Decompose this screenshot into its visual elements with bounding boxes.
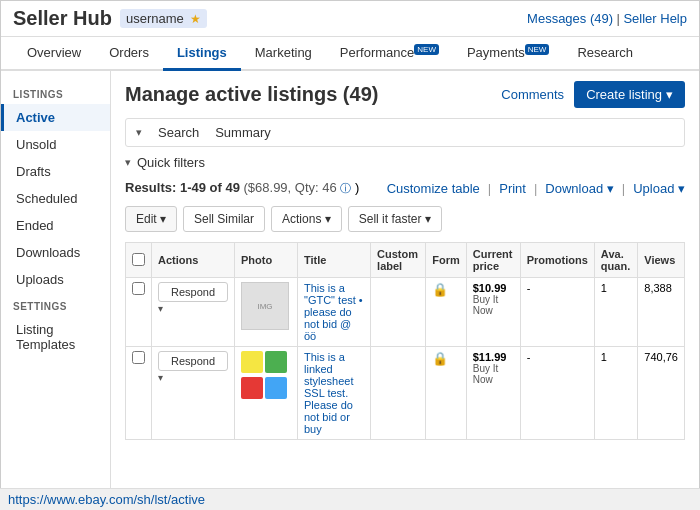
sidebar-item-active[interactable]: Active [1,104,110,131]
col-actions: Actions [152,243,235,278]
create-listing-button[interactable]: Create listing ▾ [574,81,685,108]
row1-custom-label [371,278,426,347]
quick-filters-label: Quick filters [137,155,205,170]
row2-price-cell: $11.99 Buy It Now [466,347,520,440]
download-link[interactable]: Download ▾ [545,181,613,196]
tab-orders[interactable]: Orders [95,37,163,71]
select-all-checkbox[interactable] [132,253,145,266]
sidebar-item-uploads[interactable]: Uploads [1,266,110,293]
table-row: Respond ▾ This is a linked stylesheet SS… [126,347,685,440]
row1-respond-button[interactable]: Respond [158,282,228,302]
payments-new-badge: NEW [525,44,550,55]
col-custom-label: Custom label [371,243,426,278]
row2-checkbox[interactable] [132,351,145,364]
info-icon[interactable]: ⓘ [340,182,351,194]
row1-views: 8,388 [638,278,685,347]
row2-respond-button[interactable]: Respond [158,351,228,371]
sidebar-settings-label: SETTINGS [1,293,110,316]
sub-tab-search[interactable]: Search [158,125,199,140]
main-layout: LISTINGS Active Unsold Drafts Scheduled … [1,71,699,491]
action-buttons-row: Edit ▾ Sell Similar Actions ▾ Sell it fa… [125,206,685,232]
sidebar-item-scheduled[interactable]: Scheduled [1,185,110,212]
row2-custom-label [371,347,426,440]
tab-performance[interactable]: PerformanceNEW [326,37,453,71]
tab-marketing[interactable]: Marketing [241,37,326,71]
page-title-actions: Comments Create listing ▾ [501,81,685,108]
row1-actions-chevron-icon[interactable]: ▾ [158,303,163,314]
col-views: Views [638,243,685,278]
messages-link[interactable]: Messages (49) [527,11,613,26]
row1-lock-icon: 🔒 [432,282,448,297]
row1-checkbox[interactable] [132,282,145,295]
row1-photo-cell: IMG [235,278,298,347]
row2-title-cell: This is a linked stylesheet SSL test. Pl… [298,347,371,440]
table-row: Respond ▾ IMG This is a "GTC" test • ple… [126,278,685,347]
sidebar-item-listing-templates[interactable]: Listing Templates [1,316,110,358]
main-nav: Overview Orders Listings Marketing Perfo… [1,37,699,71]
row2-photo [241,351,291,401]
row2-checkbox-cell [126,347,152,440]
customize-table-link[interactable]: Customize table [387,181,480,196]
top-header: Seller Hub username ★ Messages (49) | Se… [1,1,699,37]
col-price: Current price [466,243,520,278]
col-promotions: Promotions [520,243,594,278]
quick-filters-chevron-icon[interactable]: ▾ [125,156,131,169]
search-chevron-icon[interactable]: ▾ [136,126,142,139]
sell-similar-button[interactable]: Sell Similar [183,206,265,232]
row1-price-type: Buy It Now [473,294,514,316]
tab-payments[interactable]: PaymentsNEW [453,37,563,71]
row1-qty: 1 [594,278,637,347]
photo-swatch-red [241,377,263,399]
row2-price-type: Buy It Now [473,363,514,385]
sidebar-item-ended[interactable]: Ended [1,212,110,239]
results-detail: ($68.99, Qty: 46 [244,180,337,195]
upload-link[interactable]: Upload ▾ [633,181,685,196]
sub-tab-summary[interactable]: Summary [215,125,271,140]
status-bar: https://www.ebay.com/sh/lst/active [0,488,700,510]
row1-checkbox-cell [126,278,152,347]
row2-promotions: - [520,347,594,440]
photo-swatch-yellow [241,351,263,373]
quick-filters-row: ▾ Quick filters [125,155,685,170]
tab-listings[interactable]: Listings [163,37,241,71]
logo-area: Seller Hub username ★ [13,7,207,30]
sidebar-item-unsold[interactable]: Unsold [1,131,110,158]
edit-button[interactable]: Edit ▾ [125,206,177,232]
site-logo: Seller Hub [13,7,112,30]
row1-price: $10.99 [473,282,514,294]
content-area: Manage active listings (49) Comments Cre… [111,71,699,491]
actions-button[interactable]: Actions ▾ [271,206,342,232]
page-title: Manage active listings (49) [125,83,378,106]
row2-qty: 1 [594,347,637,440]
tab-overview[interactable]: Overview [13,37,95,71]
performance-new-badge: NEW [414,44,439,55]
row1-title-link[interactable]: This is a "GTC" test • please do not bid… [304,282,363,342]
username-label: username [126,11,184,26]
status-url: https://www.ebay.com/sh/lst/active [8,492,205,507]
sell-it-faster-button[interactable]: Sell it faster ▾ [348,206,442,232]
row2-actions-chevron-icon[interactable]: ▾ [158,372,163,383]
row2-title-link[interactable]: This is a linked stylesheet SSL test. Pl… [304,351,354,435]
sidebar-listings-label: LISTINGS [1,81,110,104]
results-row: Results: 1-49 of 49 ($68.99, Qty: 46 ⓘ )… [125,180,685,196]
col-photo: Photo [235,243,298,278]
photo-swatch-blue [265,377,287,399]
row1-title-cell: This is a "GTC" test • please do not bid… [298,278,371,347]
col-format: Form [426,243,467,278]
row2-lock-icon: 🔒 [432,351,448,366]
col-checkbox [126,243,152,278]
row2-views: 740,76 [638,347,685,440]
sub-tabs-row: ▾ Search Summary [125,118,685,147]
tab-research[interactable]: Research [563,37,647,71]
print-link[interactable]: Print [499,181,526,196]
results-count: Results: 1-49 of 49 [125,180,240,195]
comments-link[interactable]: Comments [501,87,564,102]
col-title: Title [298,243,371,278]
results-summary: Results: 1-49 of 49 ($68.99, Qty: 46 ⓘ ) [125,180,359,196]
sidebar-item-drafts[interactable]: Drafts [1,158,110,185]
sidebar-item-downloads[interactable]: Downloads [1,239,110,266]
user-badge: username ★ [120,9,207,28]
chevron-down-icon: ▾ [666,87,673,102]
row1-format: 🔒 [426,278,467,347]
seller-help-link[interactable]: Seller Help [623,11,687,26]
